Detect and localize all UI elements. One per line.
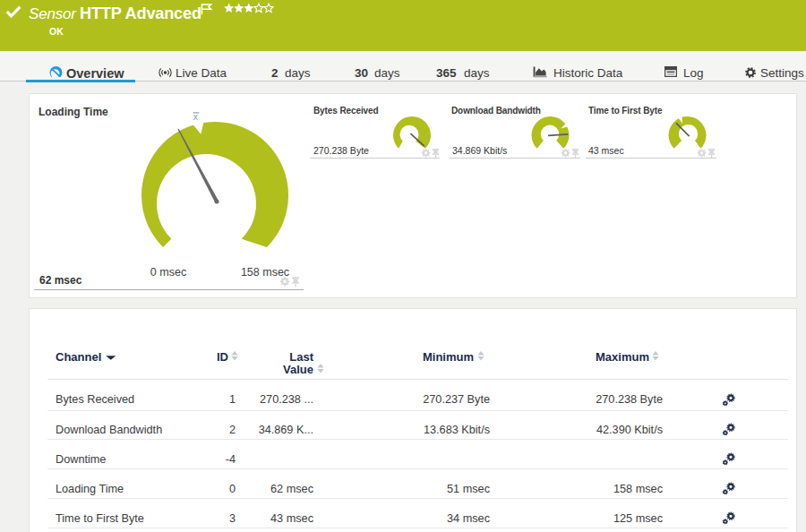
svg-text:x: x [193,111,199,122]
